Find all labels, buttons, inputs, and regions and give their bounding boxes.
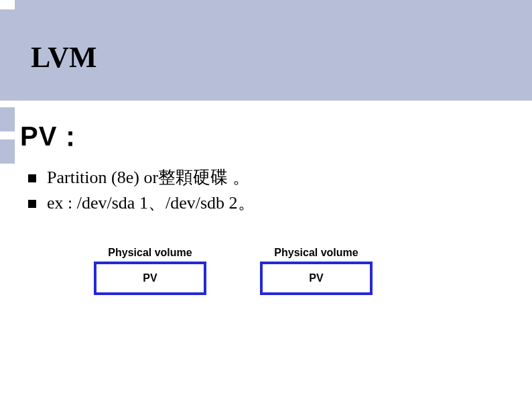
pv-box-text: PV <box>143 272 157 284</box>
decor-stripe <box>0 107 15 131</box>
pv-box-text: PV <box>309 272 323 284</box>
bullet-list: Partition (8e) or整顆硬碟 。 ex : /dev/sda 1、… <box>28 165 255 215</box>
pv-block: Physical volume PV <box>260 247 373 295</box>
pv-block: Physical volume PV <box>94 247 206 295</box>
slide-title: LVM <box>31 40 97 74</box>
decor-stripe <box>0 139 15 164</box>
pv-diagram: Physical volume PV Physical volume PV <box>94 247 373 295</box>
slide-content: PV： Partition (8e) or整顆硬碟 。 ex : /dev/sd… <box>0 101 532 399</box>
pv-box: PV <box>260 262 373 295</box>
bullet-item: Partition (8e) or整顆硬碟 。 <box>28 165 255 190</box>
pv-label: Physical volume <box>260 247 373 259</box>
pv-label: Physical volume <box>94 247 206 259</box>
pv-box: PV <box>94 262 206 295</box>
bullet-item: ex : /dev/sda 1、/dev/sdb 2。 <box>28 190 255 216</box>
section-heading: PV： <box>20 118 84 155</box>
slide-header: LVM <box>0 0 532 101</box>
decor-stripe <box>0 0 15 9</box>
